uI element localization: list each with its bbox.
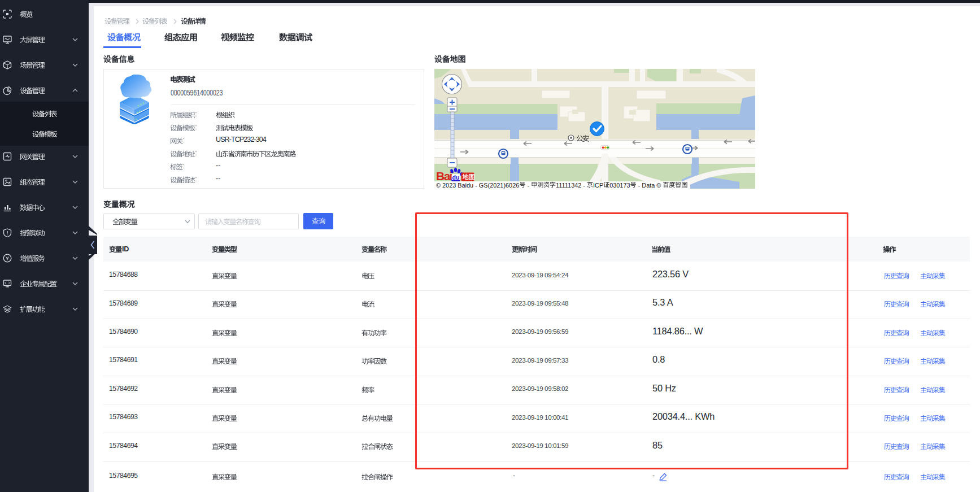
svg-text:- Data ©: - Data ©: [637, 182, 663, 189]
svg-text:© 2023 Baidu - GS(2021)6026: © 2023 Baidu - GS(2021)6026: [436, 182, 519, 189]
svg-text:030173: 030173: [609, 182, 630, 189]
svg-text:du: du: [452, 174, 460, 181]
svg-text:11111342 -: 11111342 -: [556, 182, 587, 189]
svg-text:Bai: Bai: [436, 169, 452, 182]
svg-text:ICP: ICP: [593, 182, 603, 189]
svg-text:-: -: [525, 182, 531, 189]
